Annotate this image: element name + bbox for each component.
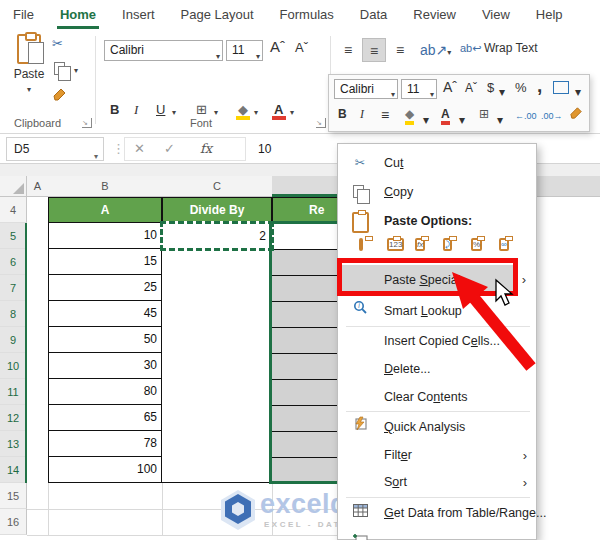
increase-decimal-button[interactable]: .00→ bbox=[541, 111, 563, 121]
paste-button[interactable]: Paste ▾ bbox=[8, 34, 50, 114]
cell-b9[interactable]: 50 bbox=[48, 327, 162, 353]
center-align-button[interactable]: ≡ bbox=[381, 107, 389, 123]
percent-style-button[interactable]: % bbox=[515, 80, 527, 95]
cell-b8[interactable]: 45 bbox=[48, 301, 162, 327]
row-header-15[interactable]: 15 bbox=[0, 483, 27, 509]
table-header-d[interactable]: Re bbox=[272, 197, 341, 223]
row-header-12[interactable]: 12 bbox=[0, 405, 27, 431]
cell-b5[interactable]: 10 bbox=[48, 223, 162, 249]
insert-function-button[interactable]: fx bbox=[200, 137, 212, 161]
align-top-button[interactable]: ≡ bbox=[336, 38, 360, 62]
borders-button[interactable]: ⊞ bbox=[479, 107, 489, 121]
menu-item-filter[interactable]: Filter › bbox=[339, 442, 535, 469]
row-header-14[interactable]: 14 bbox=[0, 457, 27, 483]
format-painter-button[interactable] bbox=[569, 105, 584, 123]
menu-item-cut[interactable]: ✂ Cut bbox=[339, 150, 535, 177]
tab-view[interactable]: View bbox=[469, 0, 523, 30]
chevron-down-icon[interactable]: ▾ bbox=[499, 85, 505, 99]
italic-button[interactable]: I bbox=[134, 102, 138, 118]
tab-home[interactable]: Home bbox=[47, 0, 109, 30]
tab-data[interactable]: Data bbox=[347, 0, 400, 30]
cancel-icon[interactable]: ✕ bbox=[134, 137, 145, 161]
menu-item-delete[interactable]: Delete... bbox=[339, 356, 535, 383]
row-header-16[interactable]: 16 bbox=[0, 509, 27, 535]
cell-b10[interactable]: 30 bbox=[48, 353, 162, 379]
wrap-text-button[interactable]: Wrap Text bbox=[484, 41, 538, 55]
tab-insert[interactable]: Insert bbox=[109, 0, 168, 30]
merge-center-button[interactable] bbox=[553, 81, 569, 94]
orientation-button[interactable]: ab↗▾ bbox=[420, 38, 450, 62]
chevron-down-icon[interactable]: ▾ bbox=[214, 108, 218, 117]
chevron-down-icon[interactable]: ▾ bbox=[459, 113, 465, 127]
tab-help[interactable]: Help bbox=[523, 0, 576, 30]
paste-formulas-icon[interactable]: fx bbox=[415, 236, 437, 260]
select-all-corner[interactable] bbox=[0, 176, 27, 197]
cell-b14[interactable]: 100 bbox=[48, 457, 162, 483]
row-header-4[interactable]: 4 bbox=[0, 197, 27, 223]
grow-font-button[interactable]: Aˆ bbox=[443, 79, 457, 95]
mini-font-size-combo[interactable]: 11 ▾ bbox=[401, 79, 437, 99]
cell-b6[interactable]: 15 bbox=[48, 249, 162, 275]
row-header-10[interactable]: 10 bbox=[0, 353, 27, 379]
shrink-font-button[interactable]: Aˇ bbox=[465, 81, 477, 95]
column-header-a[interactable]: A bbox=[27, 176, 48, 197]
italic-button[interactable]: I bbox=[360, 107, 364, 122]
comma-style-button[interactable]: , bbox=[537, 75, 542, 97]
menu-item-sort[interactable]: Sort › bbox=[339, 469, 535, 496]
name-box[interactable]: D5 ▾ bbox=[6, 137, 104, 161]
menu-item-clear-contents[interactable]: Clear Contents bbox=[339, 384, 535, 411]
paste-formatting-icon[interactable]: % bbox=[471, 236, 493, 260]
row-header-9[interactable]: 9 bbox=[0, 327, 27, 353]
font-color-button[interactable]: A bbox=[274, 102, 283, 117]
fill-color-button[interactable]: ◆ bbox=[238, 102, 248, 117]
chevron-down-icon[interactable]: ▾ bbox=[172, 108, 176, 117]
cut-button[interactable]: ✂ bbox=[52, 36, 63, 51]
tab-formulas[interactable]: Formulas bbox=[267, 0, 347, 30]
formula-bar-value[interactable]: 10 bbox=[258, 137, 271, 161]
paste-icon[interactable] bbox=[359, 236, 381, 260]
table-header-b[interactable]: A bbox=[48, 197, 162, 223]
chevron-down-icon[interactable]: ▾ bbox=[497, 113, 503, 127]
clipboard-dialog-launcher[interactable]: ↘ bbox=[82, 118, 92, 128]
font-size-combo[interactable]: 11 ▾ bbox=[226, 40, 263, 61]
row-header-13[interactable]: 13 bbox=[0, 431, 27, 457]
font-name-combo[interactable]: Calibri ▾ bbox=[104, 40, 223, 61]
paste-link-icon[interactable]: ∞ bbox=[499, 236, 521, 260]
row-header-11[interactable]: 11 bbox=[0, 379, 27, 405]
tab-file[interactable]: File bbox=[0, 0, 47, 30]
chevron-down-icon[interactable]: ▾ bbox=[575, 85, 581, 99]
underline-button[interactable]: U bbox=[156, 102, 165, 117]
menu-item-quick-analysis[interactable]: Quick Analysis bbox=[339, 414, 535, 441]
tab-page-layout[interactable]: Page Layout bbox=[168, 0, 267, 30]
chevron-down-icon[interactable]: ▾ bbox=[423, 113, 429, 127]
menu-item-get-data-from-table-range[interactable]: Get Data from Table/Range... bbox=[339, 500, 535, 527]
paste-transpose-icon[interactable]: ⤸ bbox=[443, 236, 465, 260]
table-header-c[interactable]: Divide By bbox=[162, 197, 272, 223]
chevron-down-icon[interactable]: ▾ bbox=[74, 66, 78, 75]
enter-icon[interactable]: ✓ bbox=[164, 137, 175, 161]
bold-button[interactable]: B bbox=[110, 102, 119, 117]
mini-font-name-combo[interactable]: Calibri ▾ bbox=[334, 79, 398, 99]
cell-b11[interactable]: 80 bbox=[48, 379, 162, 405]
chevron-down-icon[interactable]: ▾ bbox=[290, 108, 294, 117]
column-header-c[interactable]: C bbox=[162, 176, 272, 197]
menu-item-insert-copied-cells[interactable]: Insert Copied Cells... bbox=[339, 328, 535, 355]
tab-review[interactable]: Review bbox=[400, 0, 469, 30]
menu-item-smart-lookup[interactable]: i Smart Lookup bbox=[339, 298, 535, 325]
accounting-format-button[interactable]: $ bbox=[487, 80, 494, 95]
row-header-8[interactable]: 8 bbox=[0, 301, 27, 327]
fill-color-button[interactable]: ◆ bbox=[405, 107, 414, 125]
paste-values-icon[interactable]: 123 bbox=[387, 236, 409, 260]
menu-item-copy[interactable]: Copy bbox=[339, 179, 535, 206]
cell-b13[interactable]: 78 bbox=[48, 431, 162, 457]
decrease-decimal-button[interactable]: ←.00 bbox=[515, 111, 537, 121]
align-middle-button[interactable]: ≡ bbox=[362, 38, 386, 62]
row-header-5[interactable]: 5 bbox=[0, 223, 27, 249]
shrink-font-button[interactable]: Aˇ bbox=[295, 40, 308, 55]
grow-font-button[interactable]: Aˆ bbox=[270, 38, 285, 55]
column-header-b[interactable]: B bbox=[48, 176, 162, 197]
row-header-6[interactable]: 6 bbox=[0, 249, 27, 275]
bold-button[interactable]: B bbox=[338, 107, 347, 121]
font-color-button[interactable]: A bbox=[441, 107, 450, 125]
chevron-down-icon[interactable]: ▾ bbox=[254, 108, 258, 117]
